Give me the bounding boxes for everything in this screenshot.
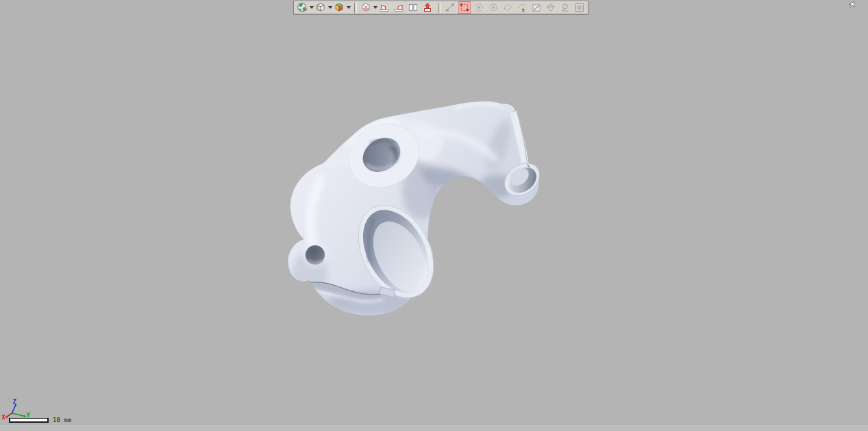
loop-select-button[interactable] <box>560 2 571 13</box>
z-axis-label: Z <box>13 398 17 405</box>
split-view-button[interactable] <box>408 2 419 13</box>
rectangle-select-icon <box>459 2 470 13</box>
toolbar-separator <box>438 3 441 13</box>
mouse-cursor <box>846 1 856 10</box>
section-view-right-button[interactable] <box>393 2 404 13</box>
transparency-view-button[interactable] <box>360 2 371 13</box>
eye-icon <box>574 2 585 13</box>
rendered-view-flyout-arrow[interactable] <box>346 2 351 13</box>
named-views-flyout-arrow[interactable] <box>309 2 314 13</box>
diamond-select-button[interactable] <box>545 2 556 13</box>
transparent-cube-icon <box>360 2 371 13</box>
extract-pull-button[interactable] <box>422 2 433 13</box>
rectangle-select-button[interactable] <box>459 2 470 13</box>
lasso-pick-button[interactable] <box>517 2 528 13</box>
pull-arrow-icon <box>422 2 433 13</box>
view-toolbar <box>293 1 588 14</box>
scale-bar-rule <box>9 418 49 423</box>
toolbar-separator <box>354 3 357 13</box>
line-select-icon <box>445 2 456 13</box>
rendered-cube-icon <box>334 2 345 13</box>
visibility-eye-button[interactable] <box>574 2 585 13</box>
scale-bar: 10 mm <box>9 417 71 423</box>
left-tab-hole[interactable] <box>303 243 327 267</box>
model-canvas <box>0 0 868 431</box>
cad-viewport[interactable]: Z X Y 10 mm <box>0 0 868 431</box>
circle-select-icon <box>473 2 484 13</box>
shaded-cube-icon <box>315 2 326 13</box>
polygon-select-button[interactable] <box>488 2 499 13</box>
globe-icon <box>297 2 308 13</box>
scale-bar-label: 10 mm <box>53 417 71 423</box>
split-panels-icon <box>408 2 419 13</box>
named-views-globe-button[interactable] <box>297 2 308 13</box>
brush-edit-icon <box>531 2 542 13</box>
clamp-bracket-part[interactable] <box>288 101 546 316</box>
freehand-select-button[interactable] <box>502 2 513 13</box>
loop-select-icon <box>560 2 571 13</box>
shaded-view-button[interactable] <box>315 2 326 13</box>
section-view-left-button[interactable] <box>379 2 390 13</box>
rendered-view-button[interactable] <box>334 2 345 13</box>
lasso-cursor-icon <box>517 2 528 13</box>
transparency-view-flyout-arrow[interactable] <box>373 2 377 13</box>
section-right-icon <box>393 2 404 13</box>
circle-select-button[interactable] <box>473 2 484 13</box>
section-left-icon <box>379 2 390 13</box>
viewport-bottom-strip <box>0 426 868 431</box>
line-select-button[interactable] <box>445 2 456 13</box>
x-axis-label: X <box>2 414 6 421</box>
brush-edit-button[interactable] <box>531 2 542 13</box>
diamond-select-icon <box>545 2 556 13</box>
polygon-select-icon <box>488 2 499 13</box>
freehand-select-icon <box>502 2 513 13</box>
shaded-view-flyout-arrow[interactable] <box>327 2 332 13</box>
